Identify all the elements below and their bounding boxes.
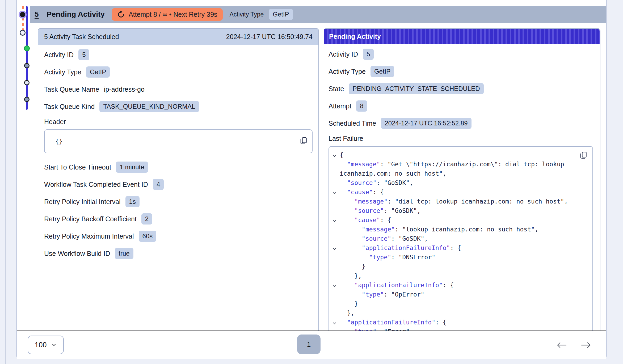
field-label: State [329, 85, 344, 93]
json-code: }, [340, 308, 354, 318]
pending-activity-card-body: Activity ID5Activity TypeGetIPStatePENDI… [324, 44, 600, 331]
gutter-spacer [332, 327, 340, 331]
field-value-badge: 1 minute [116, 162, 148, 173]
json-code: "applicationFailureInfo": { [340, 243, 461, 253]
collapse-chevron-icon[interactable] [332, 318, 340, 327]
copy-button[interactable] [579, 151, 588, 160]
field-row-retry-policy-initial-interval: Retry Policy Initial Interval1s [44, 196, 313, 208]
field-value-badge: TASK_QUEUE_KIND_NORMAL [99, 101, 199, 112]
retry-badge-label: Attempt 8 / ∞ • Next Retry 39s [129, 11, 217, 18]
field-label: Start To Close Timeout [44, 163, 111, 171]
field-label: Retry Policy Initial Interval [44, 198, 121, 206]
timeline-dot-current-selected[interactable] [20, 12, 25, 17]
json-line: "applicationFailureInfo": { [332, 243, 589, 253]
timeline-dashed-line [22, 6, 24, 32]
copy-button[interactable] [299, 137, 308, 146]
copy-icon [299, 137, 308, 145]
field-row-task-queue-name: Task Queue Nameip-address-go [44, 83, 313, 95]
pagination-arrows [556, 331, 591, 359]
event-id-link[interactable]: 5 [35, 10, 39, 19]
timeline-dot-light[interactable] [24, 80, 30, 85]
field-row-retry-policy-backoff-coefficient: Retry Policy Backoff Coefficient2 [44, 213, 313, 225]
field-value-badge: true [115, 248, 133, 259]
event-detail-card-title: 5 Activity Task Scheduled [44, 33, 119, 41]
field-value-badge: 2 [141, 213, 152, 225]
json-line: "message": "lookup icanhazip.com: no suc… [332, 225, 589, 234]
json-line: } [332, 299, 589, 308]
field-value-badge: GetIP [371, 66, 394, 77]
retry-badge: Attempt 8 / ∞ • Next Retry 39s [112, 8, 223, 21]
timeline-dot-active-green[interactable] [24, 45, 30, 51]
pending-activity-card-header: Pending Activity [324, 29, 600, 44]
last-failure-json[interactable]: {"message": "Get \"https://icanhazip.com… [329, 146, 593, 331]
collapse-chevron-icon[interactable] [332, 215, 340, 225]
json-code: "message": "dial tcp: lookup icanhazip.c… [340, 197, 568, 206]
gutter-spacer [332, 197, 340, 206]
page-left-divider [5, 0, 6, 364]
json-code: { [340, 150, 343, 160]
gutter-spacer [332, 160, 340, 169]
gutter-spacer [332, 225, 340, 234]
event-timestamp: 2024-12-17 UTC 16:50:49.74 [226, 33, 313, 41]
collapse-chevron-icon[interactable] [332, 243, 340, 253]
page-size-value: 100 [35, 341, 47, 349]
next-page-button[interactable] [581, 342, 591, 349]
json-code: } [340, 262, 365, 271]
json-code: }, [340, 271, 362, 281]
timeline-dot-gray[interactable] [24, 97, 30, 102]
header-payload-value: {} [55, 138, 63, 145]
json-line: icanhazip.com: no such host", [332, 169, 589, 178]
chevron-down-icon [51, 342, 57, 348]
json-code: icanhazip.com: no such host", [340, 169, 447, 178]
gutter-spacer [332, 308, 340, 318]
field-label: Retry Policy Backoff Coefficient [44, 215, 137, 223]
task-queue-link[interactable]: ip-address-go [104, 86, 145, 93]
json-code: "source": "GoSDK", [340, 178, 413, 188]
collapse-chevron-icon[interactable] [332, 150, 340, 160]
field-row-activity-id: Activity ID5 [329, 48, 593, 60]
json-code: "message": "Get \"https://icanhazip.com\… [340, 160, 564, 169]
json-line: }, [332, 308, 589, 318]
field-row-attempt: Attempt8 [329, 100, 593, 112]
field-value-badge: 1s [125, 196, 140, 207]
event-details-container: 5 Pending Activity Attempt 8 / ∞ • Next … [16, 0, 607, 359]
last-failure-label: Last Failure [329, 135, 593, 142]
page-1-button[interactable]: 1 [297, 335, 321, 354]
timeline-dot-gray[interactable] [24, 63, 30, 68]
gutter-spacer [332, 253, 340, 262]
header-field-label: Header [44, 118, 313, 126]
json-code: "applicationFailureInfo": { [340, 318, 447, 327]
timeline-dot-open-circle[interactable] [20, 30, 26, 36]
collapse-chevron-icon[interactable] [332, 188, 340, 197]
pending-activity-card: Pending Activity Activity ID5Activity Ty… [324, 28, 600, 331]
json-code: "source": "GoSDK", [340, 234, 428, 243]
field-value-badge: PENDING_ACTIVITY_STATE_SCHEDULED [349, 83, 483, 94]
gutter-spacer [332, 299, 340, 308]
event-group-header[interactable]: 5 Pending Activity Attempt 8 / ∞ • Next … [30, 6, 606, 23]
json-line: "source": "GoSDK", [332, 178, 589, 188]
field-row-scheduled-time: Scheduled Time2024-12-17 UTC 16:52:52.89 [329, 117, 593, 129]
pending-activity-card-title: Pending Activity [329, 33, 381, 40]
field-row-start-to-close-timeout: Start To Close Timeout1 minute [44, 161, 313, 173]
field-row-activity-id: Activity ID5 [44, 49, 313, 61]
activity-type-badge: GetIP [269, 9, 293, 20]
json-line: "source": "GoSDK", [332, 206, 589, 215]
gutter-spacer [332, 234, 340, 243]
collapse-chevron-icon[interactable] [332, 281, 340, 290]
json-code: "cause": { [340, 215, 391, 225]
gutter-spacer [332, 262, 340, 271]
json-line: "message": "dial tcp: lookup icanhazip.c… [332, 197, 589, 206]
page-size-select[interactable]: 100 [28, 336, 64, 354]
json-line: }, [332, 271, 589, 281]
field-value-badge: 5 [78, 49, 89, 60]
field-label: Task Queue Name [44, 86, 99, 93]
json-line: } [332, 262, 589, 271]
json-line: "type": "OpError" [332, 290, 589, 299]
activity-type-label: Activity Type [230, 11, 264, 18]
event-title: Pending Activity [47, 10, 105, 19]
field-label: Activity ID [329, 50, 358, 58]
json-line: "applicationFailureInfo": { [332, 281, 589, 290]
field-row-state: StatePENDING_ACTIVITY_STATE_SCHEDULED [329, 83, 593, 95]
json-code: "type": "DNSError" [340, 253, 435, 262]
previous-page-button[interactable] [556, 342, 567, 349]
